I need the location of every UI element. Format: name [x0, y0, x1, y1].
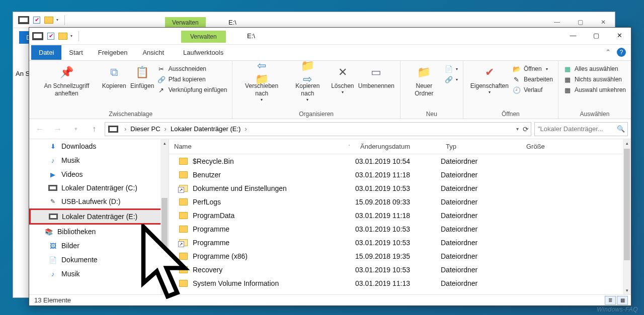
filelist-scrollbar[interactable]: ▴ ▾	[623, 139, 631, 294]
scroll-up-icon[interactable]: ▴	[160, 139, 169, 147]
delete-button[interactable]: ✕ Löschen▾	[329, 63, 357, 96]
sidebar-item[interactable]: ▶Videos	[29, 167, 169, 181]
nav-back-button[interactable]: ←	[32, 122, 47, 136]
file-list[interactable]: Name˄ Änderungsdatum Typ Größe $Recycle.…	[169, 139, 631, 294]
paste-button[interactable]: 📋 Einfügen	[128, 63, 156, 91]
scroll-thumb[interactable]	[162, 198, 168, 260]
vi-icon: ▶	[48, 170, 57, 179]
sidebar-item[interactable]: Lokaler Datenträger (C:)	[29, 181, 169, 194]
move-to-button[interactable]: ⇦📁 Verschieben nach▾	[236, 63, 286, 103]
column-date[interactable]: Änderungsdatum	[355, 143, 441, 150]
nav-up-button[interactable]: ↑	[87, 122, 102, 136]
properties-button[interactable]: ✔ Eigenschaften▾	[467, 63, 512, 96]
rename-button[interactable]: ▭ Umbenennen	[357, 63, 396, 91]
watermark: Windows-FAQ	[597, 306, 638, 313]
column-name[interactable]: Name˄	[169, 143, 355, 150]
tab-start[interactable]: Start	[61, 45, 90, 60]
qat-checkbox-icon: ✔	[33, 17, 40, 24]
close-button[interactable]: ✕	[608, 28, 631, 43]
edit-button[interactable]: ✎Bearbeiten	[513, 75, 553, 83]
sidebar-item[interactable]: ✎USB-Laufwerk (D:)	[29, 194, 169, 208]
nav-recent-button[interactable]: ▾	[68, 122, 84, 136]
breadcrumb-drive[interactable]: Lokaler Datenträger (E:)	[171, 125, 240, 133]
copy-path-button[interactable]: 🔗Pfad kopieren	[157, 75, 227, 83]
column-size[interactable]: Größe	[521, 143, 572, 150]
new-item-button[interactable]: 📄▾	[445, 65, 458, 73]
chevron-right-icon[interactable]: ›	[122, 125, 128, 133]
scroll-down-icon[interactable]: ▾	[160, 286, 169, 294]
label: Kopieren	[102, 82, 126, 90]
search-input[interactable]: "Lokaler Datenträger... 🔍	[534, 122, 628, 136]
selectnone-icon: ▦	[564, 75, 572, 83]
cut-button[interactable]: ✂Ausschneiden	[157, 65, 227, 73]
contextual-tab-manage[interactable]: Verwalten	[181, 31, 226, 43]
breadcrumb-dropdown-icon[interactable]: ▾	[516, 126, 519, 132]
qat-newfolder-icon[interactable]	[58, 33, 67, 40]
file-row[interactable]: $Recycle.Bin03.01.2019 10:54Dateiordner	[169, 154, 631, 168]
sidebar-item[interactable]: 🖼Bilder	[29, 239, 169, 253]
chevron-right-icon[interactable]: ›	[243, 125, 249, 133]
file-row[interactable]: Programme03.01.2019 10:53Dateiordner	[169, 222, 631, 236]
sidebar-scrollbar[interactable]: ▴ ▾	[160, 139, 169, 294]
sidebar-item[interactable]: ⬇Downloads	[29, 139, 169, 153]
copy-to-button[interactable]: 📁⇨ Kopieren nach▾	[287, 63, 329, 103]
navigation-sidebar[interactable]: ⬇Downloads♪Musik▶VideosLokaler Datenträg…	[29, 139, 169, 294]
file-row[interactable]: Benutzer03.01.2019 11:18Dateiordner	[169, 168, 631, 181]
maximize-button[interactable]: ▢	[585, 28, 608, 43]
easy-access-button[interactable]: 🔗▾	[445, 75, 458, 83]
ribbon-collapse-icon[interactable]: ⌃	[605, 48, 611, 56]
select-all-button[interactable]: ▦Alles auswählen	[564, 65, 626, 73]
sidebar-item[interactable]: 📄Dokumente	[29, 253, 169, 267]
tab-datei[interactable]: Datei	[31, 45, 61, 60]
folder-icon	[179, 253, 188, 260]
breadcrumb-bar[interactable]: › Dieser PC › Lokaler Datenträger (E:) ›…	[105, 122, 531, 136]
paste-shortcut-button[interactable]: ↗Verknüpfung einfügen	[157, 86, 227, 94]
tab-ansicht[interactable]: Ansicht	[135, 45, 172, 60]
file-row[interactable]: System Volume Information03.01.2019 11:1…	[169, 276, 631, 290]
rename-icon: ▭	[368, 64, 385, 81]
sidebar-item[interactable]: Lokaler Datenträger (E:)	[29, 208, 169, 225]
select-none-button[interactable]: ▦Nichts auswählen	[564, 75, 626, 83]
column-type[interactable]: Typ	[441, 143, 521, 150]
column-headers[interactable]: Name˄ Änderungsdatum Typ Größe	[169, 139, 631, 154]
scroll-up-icon[interactable]: ▴	[623, 139, 631, 147]
refresh-icon[interactable]: ⟳	[523, 125, 529, 133]
sidebar-item[interactable]: 📚Bibliotheken	[29, 225, 169, 239]
new-folder-button[interactable]: 📁 Neuer Ordner	[405, 63, 444, 98]
scroll-down-icon[interactable]: ▾	[623, 286, 631, 294]
sidebar-item[interactable]: ♪Musik	[29, 267, 169, 281]
chevron-down-icon[interactable]: ▾	[70, 34, 72, 38]
breadcrumb-this-pc[interactable]: Dieser PC	[130, 125, 160, 133]
ribbon-tabs: Datei Start Freigeben Ansicht Laufwerkto…	[29, 45, 631, 61]
edit-icon: ✎	[513, 75, 521, 83]
tab-freigeben[interactable]: Freigeben	[91, 45, 135, 60]
copy-button[interactable]: ⧉ Kopieren	[100, 63, 128, 91]
file-row[interactable]: PerfLogs15.09.2018 09:33Dateiordner	[169, 195, 631, 208]
file-row[interactable]: Dokumente und Einstellungen03.01.2019 10…	[169, 181, 631, 195]
tab-laufwerktools[interactable]: Laufwerktools	[176, 45, 231, 60]
history-button[interactable]: 🕘Verlauf	[513, 86, 553, 94]
qat-properties-icon[interactable]: ✔	[47, 33, 54, 40]
file-row[interactable]: Programme (x86)15.09.2018 19:35Dateiordn…	[169, 249, 631, 263]
nav-forward-button[interactable]: →	[50, 122, 65, 136]
sidebar-item[interactable]: ♪Musik	[29, 153, 169, 167]
view-details-button[interactable]: ≣	[605, 296, 616, 305]
help-icon[interactable]: ?	[617, 48, 626, 57]
open-button[interactable]: 📂Öffnen▾	[513, 65, 553, 73]
folder-icon	[179, 212, 188, 219]
sidebar-item-label: Videos	[61, 170, 83, 178]
title-bar[interactable]: ✔ ▾ Verwalten E:\ — ▢ ✕	[29, 28, 631, 45]
folder-icon	[179, 266, 188, 273]
file-name: PerfLogs	[193, 198, 221, 206]
view-icons-button[interactable]: ▦	[617, 296, 628, 305]
pin-to-quickaccess-button[interactable]: 📌 An Schnellzugriff anheften	[33, 63, 100, 98]
minimize-button[interactable]: —	[561, 28, 585, 43]
scroll-thumb[interactable]	[624, 149, 630, 260]
chevron-right-icon[interactable]: ›	[163, 125, 169, 133]
file-row[interactable]: Programme03.01.2019 10:53Dateiordner	[169, 236, 631, 249]
file-date: 03.01.2019 10:53	[355, 184, 441, 192]
file-date: 15.09.2018 09:33	[355, 198, 441, 206]
invert-selection-button[interactable]: ▦Auswahl umkehren	[564, 86, 626, 94]
file-row[interactable]: Recovery03.01.2019 10:53Dateiordner	[169, 263, 631, 276]
file-row[interactable]: ProgramData03.01.2019 11:18Dateiordner	[169, 208, 631, 222]
